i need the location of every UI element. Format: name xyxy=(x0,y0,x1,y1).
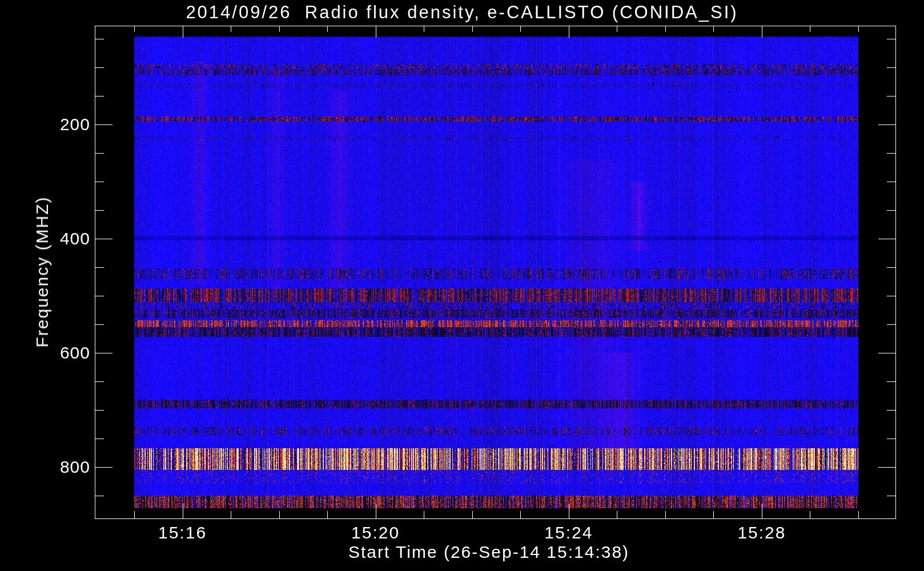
y-tick-label: 600 xyxy=(0,344,90,361)
spectrogram-figure: 2014/09/26 Radio flux density, e-CALLIST… xyxy=(0,0,924,571)
axes-frame xyxy=(0,0,924,571)
x-tick-label: 15:16 xyxy=(158,524,207,541)
y-axis-label: Frequency (MHZ) xyxy=(33,196,52,347)
y-tick-label: 800 xyxy=(0,459,90,476)
x-axis-label: Start Time (26-Sep-14 15:14:38) xyxy=(348,542,629,562)
plot-title: 2014/09/26 Radio flux density, e-CALLIST… xyxy=(0,2,924,23)
x-tick-label: 15:24 xyxy=(544,524,593,541)
y-tick-label: 200 xyxy=(0,116,90,133)
x-tick-label: 15:28 xyxy=(737,524,786,541)
x-tick-label: 15:20 xyxy=(351,524,400,541)
y-tick-label: 400 xyxy=(0,230,90,247)
